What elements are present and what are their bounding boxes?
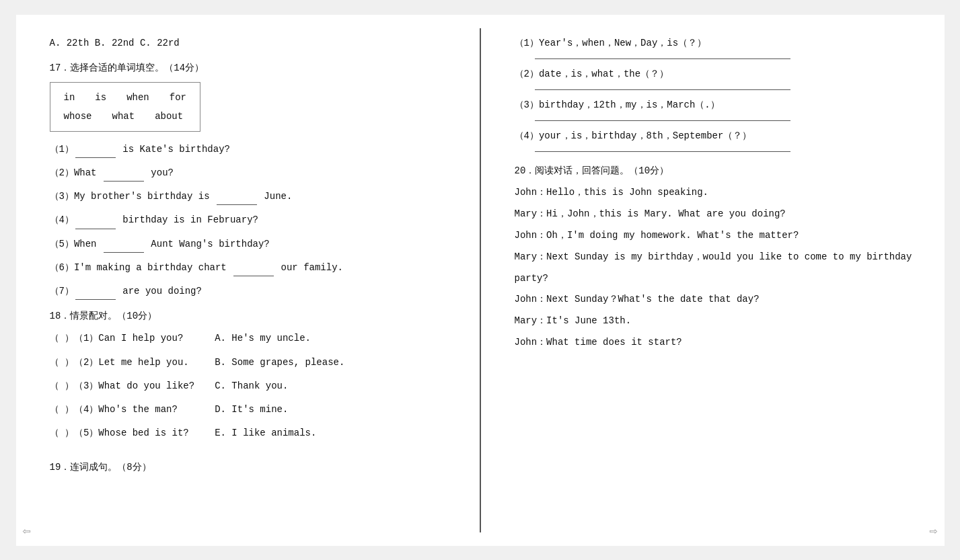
word-for: for [170,88,186,107]
nav-right-arrow[interactable]: ⇨ [929,522,937,539]
fill-line-3 [535,120,790,121]
match-left-1: （ ）（1）Can I help you? [50,330,195,347]
fill-line-2 [535,89,790,90]
q17-3: （3）My brother's birthday is June. [50,188,453,205]
page-container: A. 22th B. 22nd C. 22rd 17．选择合适的单词填空。（14… [16,15,945,546]
word-is: is [95,88,106,107]
fill-line-4 [535,151,790,152]
q17-2: （2）What you? [50,165,453,182]
dialog-1: John：Hello，this is John speaking. [515,185,918,201]
word-whose: whose [64,107,92,126]
nav-left-arrow[interactable]: ⇦ [23,522,31,539]
match-left-2: （ ）（2）Let me help you. [50,354,195,371]
match-right-1: A. He's my uncle. [215,330,344,347]
word-in: in [64,88,75,107]
dialog-6: John：Next Sunday？What's the date that da… [515,292,918,308]
word-row-1: in is when for [64,88,186,107]
q17-1: （1） is Kate's birthday? [50,141,453,158]
match-right-5: E. I like animals. [215,425,344,442]
q17-4: （4） birthday is in February? [50,212,453,229]
match-right-3: C. Thank you. [215,378,344,395]
q17-5: （5）When Aunt Wang's birthday? [50,236,453,253]
section19-title: 19．连词成句。（8分） [50,459,453,476]
word-what: what [112,107,135,126]
match-left-3: （ ）（3）What do you like? [50,378,195,395]
section18-title: 18．情景配对。（10分） [50,308,453,325]
q17-7: （7） are you doing? [50,283,453,300]
reorder-q1: （1）Year's，when，New，Day，is（？） [515,35,918,52]
dialog-7: Mary：It's June 13th. [515,313,918,329]
word-row-2: whose what about [64,107,186,126]
section17-title: 17．选择合适的单词填空。（14分） [50,60,453,77]
reorder-q2: （2）date，is，what，the（？） [515,66,918,83]
dialog-5: party? [515,271,918,287]
section20-title: 20．阅读对话，回答问题。（10分） [515,163,918,179]
fill-line-1 [535,58,790,59]
match-right-col: A. He's my uncle. B. Some grapes, please… [215,330,344,448]
dialog-3: John：Oh，I'm doing my homework. What's th… [515,228,918,244]
match-left-col: （ ）（1）Can I help you? （ ）（2）Let me help … [50,330,195,448]
right-panel: （1）Year's，when，New，Day，is（？） （2）date，is，… [481,28,945,532]
dialog-4: Mary：Next Sunday is my birthday，would yo… [515,249,918,266]
reorder-q3: （3）birthday，12th，my，is，March（.） [515,97,918,114]
dialog-8: John：What time does it start? [515,335,918,351]
word-box: in is when for whose what about [50,82,200,132]
match-right-4: D. It's mine. [215,401,344,418]
match-left-4: （ ）（4）Who's the man? [50,401,195,418]
match-right-2: B. Some grapes, please. [215,354,344,371]
match-left-5: （ ）（5）Whose bed is it? [50,425,195,442]
left-panel: A. 22th B. 22nd C. 22rd 17．选择合适的单词填空。（14… [16,28,481,532]
q17-6: （6）I'm making a birthday chart our famil… [50,259,453,276]
match-container: （ ）（1）Can I help you? （ ）（2）Let me help … [50,330,453,448]
reorder-q4: （4）your，is，birthday，8th，September（？） [515,128,918,145]
word-when: when [126,88,149,107]
word-about: about [155,107,183,126]
dialog-2: Mary：Hi，John，this is Mary. What are you … [515,206,918,223]
options-line: A. 22th B. 22nd C. 22rd [50,35,453,52]
